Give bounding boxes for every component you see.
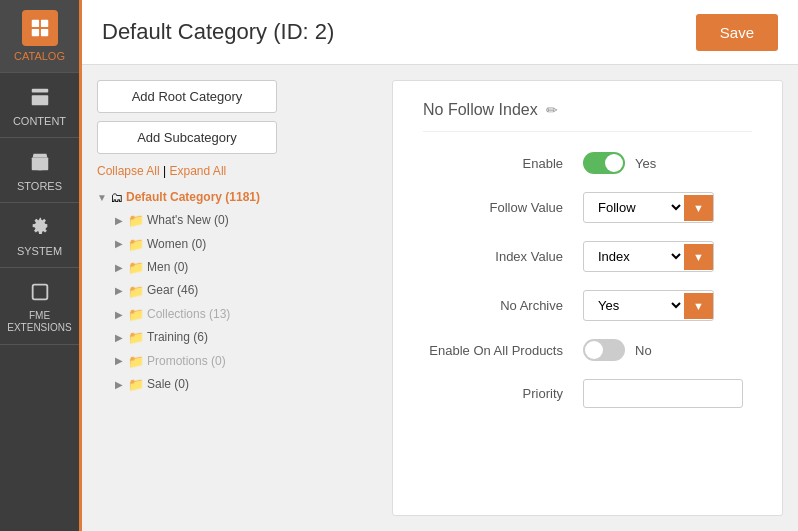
sidebar-item-label: STORES [17,180,62,192]
main-content: Default Category (ID: 2) Save Add Root C… [82,0,798,531]
tree-item[interactable]: ▶ 📁 Sale (0) [115,373,377,396]
tree-item[interactable]: ▶ 📁 Men (0) [115,256,377,279]
edit-icon[interactable]: ✏ [546,102,558,118]
expand-icon: ▼ [97,189,107,207]
system-icon [26,213,54,241]
follow-label: Follow Value [423,200,583,215]
sidebar-item-label: CONTENT [13,115,66,127]
priority-row: Priority [423,379,752,408]
toggle-knob [605,154,623,172]
priority-label: Priority [423,386,583,401]
no-archive-label: No Archive [423,298,583,313]
enable-all-value: No [635,343,652,358]
index-select[interactable]: Index No Index [584,242,684,271]
enable-value: Yes [635,156,656,171]
svg-rect-4 [31,89,48,93]
follow-select[interactable]: Follow No Follow [584,193,684,222]
enable-control: Yes [583,152,752,174]
tree-children: ▶ 📁 What's New (0) ▶ 📁 Women (0) ▶ 📁 Men… [97,209,377,396]
add-root-category-button[interactable]: Add Root Category [97,80,277,113]
folder-icon: 🗂 [110,186,123,209]
sidebar-item-label: SYSTEM [17,245,62,257]
follow-value-row: Follow Value Follow No Follow ▼ [423,192,752,223]
fme-icon [26,278,54,306]
no-archive-row: No Archive Yes No ▼ [423,290,752,321]
category-tree: ▼ 🗂 Default Category (1181) ▶ 📁 What's N… [97,186,377,397]
sidebar: CATALOG CONTENT STORES SYSTEM [0,0,82,531]
sidebar-item-label: CATALOG [14,50,65,62]
priority-control [583,379,752,408]
page-header: Default Category (ID: 2) Save [82,0,798,65]
sidebar-item-content[interactable]: CONTENT [0,73,79,138]
tree-item[interactable]: ▶ 📁 Collections (13) [115,303,377,326]
priority-input[interactable] [583,379,743,408]
right-panel: No Follow Index ✏ Enable Yes Follow Valu… [392,80,783,516]
expand-all-link[interactable]: Expand All [170,164,227,178]
svg-rect-3 [40,29,47,36]
panel-heading-text: No Follow Index [423,101,538,119]
enable-all-control: No [583,339,752,361]
svg-rect-5 [31,95,48,105]
enable-label: Enable [423,156,583,171]
sidebar-item-catalog[interactable]: CATALOG [0,0,79,73]
svg-rect-1 [40,20,47,27]
toggle-all-knob [585,341,603,359]
follow-control: Follow No Follow ▼ [583,192,752,223]
svg-rect-2 [31,29,38,36]
panel-heading: No Follow Index ✏ [423,101,752,132]
no-archive-select-wrapper: Yes No ▼ [583,290,714,321]
no-archive-select-arrow[interactable]: ▼ [684,293,713,319]
catalog-icon [22,10,58,46]
no-archive-control: Yes No ▼ [583,290,752,321]
svg-rect-7 [37,162,43,170]
content-area: Add Root Category Add Subcategory Collap… [82,65,798,531]
tree-item[interactable]: ▶ 📁 Promotions (0) [115,350,377,373]
no-archive-select[interactable]: Yes No [584,291,684,320]
page-title: Default Category (ID: 2) [102,19,334,45]
enable-all-toggle[interactable] [583,339,625,361]
follow-select-arrow[interactable]: ▼ [684,195,713,221]
index-select-wrapper: Index No Index ▼ [583,241,714,272]
svg-rect-8 [32,285,47,300]
sidebar-item-label: FME EXTENSIONS [0,310,79,334]
content-icon [26,83,54,111]
svg-rect-0 [31,20,38,27]
stores-icon [26,148,54,176]
tree-item[interactable]: ▶ 📁 What's New (0) [115,209,377,232]
sidebar-item-fme[interactable]: FME EXTENSIONS [0,268,79,345]
tree-item[interactable]: ▶ 📁 Women (0) [115,233,377,256]
index-control: Index No Index ▼ [583,241,752,272]
tree-root-item[interactable]: ▼ 🗂 Default Category (1181) [97,186,377,209]
tree-root-label: Default Category (1181) [126,187,260,209]
enable-row: Enable Yes [423,152,752,174]
enable-all-label: Enable On All Products [423,343,583,358]
index-label: Index Value [423,249,583,264]
save-button[interactable]: Save [696,14,778,51]
collapse-expand-links: Collapse All | Expand All [97,164,377,178]
follow-select-wrapper: Follow No Follow ▼ [583,192,714,223]
add-subcategory-button[interactable]: Add Subcategory [97,121,277,154]
index-select-arrow[interactable]: ▼ [684,244,713,270]
tree-item[interactable]: ▶ 📁 Training (6) [115,326,377,349]
collapse-all-link[interactable]: Collapse All [97,164,160,178]
left-panel: Add Root Category Add Subcategory Collap… [97,80,377,516]
index-value-row: Index Value Index No Index ▼ [423,241,752,272]
tree-item[interactable]: ▶ 📁 Gear (46) [115,280,377,303]
sidebar-item-system[interactable]: SYSTEM [0,203,79,268]
enable-toggle[interactable] [583,152,625,174]
sidebar-item-stores[interactable]: STORES [0,138,79,203]
enable-all-row: Enable On All Products No [423,339,752,361]
